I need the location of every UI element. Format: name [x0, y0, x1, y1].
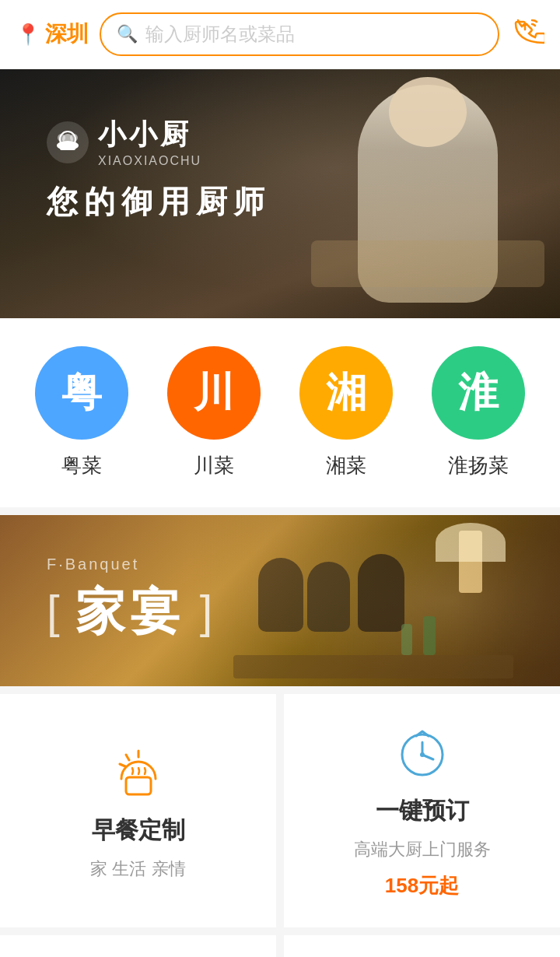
category-circle-huai: 淮	[432, 346, 525, 440]
banquet-title: 家宴	[75, 578, 184, 646]
service-vip[interactable]: VIP 开通会员 优惠特权 更多惊喜	[284, 935, 560, 957]
breakfast-desc: 家 生活 亲情	[90, 857, 185, 881]
category-label-huai: 淮扬菜	[448, 452, 509, 479]
brand-name: 小小厨	[98, 116, 201, 154]
banquet-banner[interactable]: F·Banquet [ 家宴 ]	[0, 515, 560, 686]
category-chuan[interactable]: 川 川菜	[167, 346, 261, 479]
hero-banner: 小小厨 XIAOXIAOCHU 您的御用厨师	[0, 69, 560, 318]
banquet-sub-label: F·Banquet	[47, 556, 212, 573]
phone-icon[interactable]	[510, 14, 544, 55]
svg-point-5	[70, 134, 78, 142]
category-label-xiang: 湘菜	[326, 452, 366, 479]
chef-hat-icon	[47, 121, 89, 163]
category-yue[interactable]: 粤 粤菜	[35, 346, 128, 479]
left-bracket: [	[47, 585, 60, 639]
service-breakfast[interactable]: 早餐定制 家 生活 亲情	[0, 694, 276, 927]
svg-line-7	[126, 755, 129, 760]
search-bar[interactable]: 🔍 输入厨师名或菜品	[100, 12, 499, 56]
right-bracket: ]	[200, 585, 213, 639]
category-circle-xiang: 湘	[299, 346, 393, 440]
service-charity[interactable]: 公益小厨 关爱社会 奉献爱心	[0, 935, 276, 957]
svg-rect-9	[126, 777, 151, 794]
banner-slogan: 您的御用厨师	[47, 181, 271, 223]
category-row: 粤 粤菜 川 川菜 湘 湘菜 淮 淮扬菜	[16, 346, 544, 479]
svg-point-4	[58, 134, 65, 142]
category-label-chuan: 川菜	[194, 452, 234, 479]
breakfast-icon	[107, 741, 170, 804]
category-circle-chuan: 川	[167, 346, 261, 440]
search-icon: 🔍	[117, 24, 138, 44]
svg-line-8	[120, 764, 125, 766]
banquet-content: F·Banquet [ 家宴 ]	[0, 532, 259, 669]
service-grid: 早餐定制 家 生活 亲情 一键预订 高端大厨上门服务 158元起	[0, 694, 560, 957]
service-booking[interactable]: 一键预订 高端大厨上门服务 158元起	[284, 694, 560, 927]
location-label: 深圳	[45, 19, 89, 49]
location-icon: 📍	[16, 23, 40, 47]
category-label-yue: 粤菜	[61, 452, 102, 479]
category-xiang[interactable]: 湘 湘菜	[299, 346, 393, 479]
brand-pinyin: XIAOXIAOCHU	[98, 154, 201, 168]
category-circle-yue: 粤	[35, 346, 128, 440]
location-button[interactable]: 📍 深圳	[16, 19, 89, 49]
breakfast-title: 早餐定制	[92, 815, 185, 847]
header: 📍 深圳 🔍 输入厨师名或菜品	[0, 0, 560, 69]
booking-price: 158元起	[385, 872, 459, 899]
banquet-title-row: [ 家宴 ]	[47, 578, 212, 646]
booking-desc: 高端大厨上门服务	[354, 838, 491, 861]
category-section: 粤 粤菜 川 川菜 湘 湘菜 淮 淮扬菜	[0, 318, 560, 507]
category-huai[interactable]: 淮 淮扬菜	[432, 346, 525, 479]
svg-point-13	[420, 752, 425, 757]
banner-content: 小小厨 XIAOXIAOCHU 您的御用厨师	[47, 116, 271, 223]
booking-icon	[391, 722, 453, 784]
search-placeholder: 输入厨师名或菜品	[145, 22, 295, 47]
booking-title: 一键预订	[376, 795, 469, 827]
